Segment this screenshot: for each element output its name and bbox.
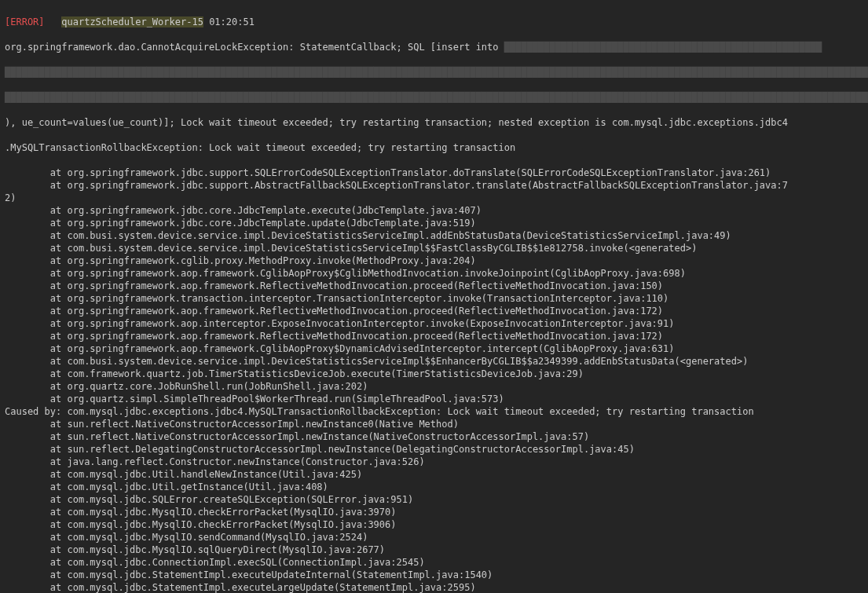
stack-trace: at org.springframework.jdbc.support.SQLE… [5,167,863,593]
stack-frame: at org.springframework.aop.framework.Cgl… [5,267,863,280]
stack-frame: at com.busi.system.device.service.impl.D… [5,229,863,242]
stack-frame: at com.busi.system.device.service.impl.D… [5,242,863,254]
stack-frame: at org.springframework.jdbc.core.JdbcTem… [5,217,863,229]
stack-frame: at com.mysql.jdbc.StatementImpl.executeL… [5,581,863,593]
spacer [45,16,62,27]
stack-frame: at com.mysql.jdbc.MysqlIO.sendCommand(My… [5,531,863,544]
timestamp: 01:20:51 [209,16,255,27]
stack-frame: at com.mysql.jdbc.StatementImpl.executeU… [5,569,863,581]
stack-frame: at sun.reflect.NativeConstructorAccessor… [5,418,863,430]
log-viewport: [ERROR] quartzScheduler_Worker-15 01:20:… [0,0,868,593]
stack-frame: at org.springframework.jdbc.support.Abst… [5,179,863,192]
stack-frame: at java.lang.reflect.Constructor.newInst… [5,456,863,468]
stack-frame: at org.springframework.aop.framework.Ref… [5,280,863,292]
thread-name: quartzScheduler_Worker-15 [61,16,203,27]
stack-frame: at org.springframework.aop.framework.Cgl… [5,342,863,355]
error-label: [ERROR] [5,16,45,27]
stack-frame: at com.mysql.jdbc.MysqlIO.checkErrorPack… [5,518,863,531]
exception-sql-tail: ), ue_count=values(ue_count)]; Lock wait… [5,116,863,129]
exception-sql-line: org.springframework.dao.CannotAcquireLoc… [5,41,863,53]
exception-sql-prefix: org.springframework.dao.CannotAcquireLoc… [5,42,504,53]
stack-frame: at org.quartz.simpl.SimpleThreadPool$Wor… [5,393,863,405]
stack-frame: at org.springframework.jdbc.support.SQLE… [5,167,863,179]
stack-frame: at com.mysql.jdbc.Util.getInstance(Util.… [5,481,863,493]
stack-frame: at org.springframework.jdbc.core.JdbcTem… [5,204,863,217]
stack-frame: at org.springframework.transaction.inter… [5,292,863,305]
stack-frame: at org.springframework.aop.framework.Ref… [5,305,863,317]
stack-frame: at com.busi.system.device.service.impl.D… [5,355,863,368]
stack-frame: at com.mysql.jdbc.ConnectionImpl.execSQL… [5,556,863,569]
obfuscated-sql-1: ████████████████████████████████████████… [504,42,822,53]
stack-frame: at org.springframework.aop.interceptor.E… [5,317,863,330]
stack-frame: at org.quartz.core.JobRunShell.run(JobRu… [5,380,863,393]
stack-frame: at sun.reflect.NativeConstructorAccessor… [5,430,863,443]
stack-frame: 2) [5,192,863,204]
stack-frame: Caused by: com.mysql.jdbc.exceptions.jdb… [5,405,863,418]
stack-frame: at com.mysql.jdbc.MysqlIO.checkErrorPack… [5,506,863,518]
stack-frame: at com.framework.quartz.job.TimerStatist… [5,368,863,380]
stack-frame: at com.mysql.jdbc.SQLError.createSQLExce… [5,493,863,506]
log-header-line: [ERROR] quartzScheduler_Worker-15 01:20:… [5,16,863,28]
obfuscated-sql-2: ████████████████████████████████████████… [5,66,863,79]
stack-frame: at sun.reflect.DelegatingConstructorAcce… [5,443,863,456]
obfuscated-sql-3: ████████████████████████████████████████… [5,91,863,104]
stack-frame: at com.mysql.jdbc.Util.handleNewInstance… [5,468,863,481]
stack-frame: at org.springframework.aop.framework.Ref… [5,330,863,342]
stack-frame: at com.mysql.jdbc.MysqlIO.sqlQueryDirect… [5,544,863,556]
exception-rollback: .MySQLTransactionRollbackException: Lock… [5,141,863,154]
stack-frame: at org.springframework.cglib.proxy.Metho… [5,254,863,267]
